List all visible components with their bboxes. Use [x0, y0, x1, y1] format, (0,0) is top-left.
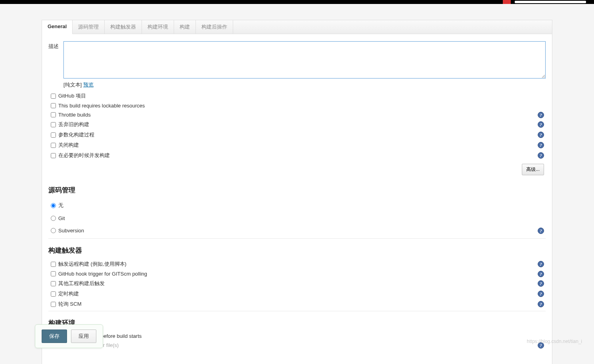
- general-option-label[interactable]: GitHub 项目: [58, 92, 86, 100]
- trigger-option-label[interactable]: 触发远程构建 (例如,使用脚本): [58, 261, 126, 268]
- env-option-row: Use secret text(s) or file(s)?: [48, 341, 546, 350]
- general-option-checkbox[interactable]: [51, 143, 56, 148]
- save-button[interactable]: 保存: [42, 330, 67, 343]
- plain-text-label: [纯文本]: [63, 82, 82, 88]
- help-icon[interactable]: ?: [538, 291, 544, 297]
- general-option-checkbox[interactable]: [51, 132, 56, 138]
- general-option-checkbox[interactable]: [51, 122, 56, 127]
- general-option-label[interactable]: 关闭构建: [58, 142, 79, 149]
- general-option-checkbox[interactable]: [51, 112, 56, 117]
- trigger-option-checkbox[interactable]: [51, 262, 56, 267]
- triggers-section-title: 构建触发器: [48, 246, 546, 255]
- description-input[interactable]: [63, 41, 546, 79]
- general-option-row: This build requires lockable resources: [48, 101, 546, 110]
- trigger-option-checkbox[interactable]: [51, 302, 56, 307]
- help-icon[interactable]: ?: [538, 152, 544, 159]
- save-bar: 保存 应用: [35, 324, 103, 348]
- notification-badge[interactable]: [503, 0, 511, 4]
- divider: [48, 311, 546, 311]
- tab-4[interactable]: 构建: [174, 20, 196, 34]
- scm-option-radio[interactable]: [51, 228, 56, 233]
- top-bar: [0, 0, 594, 4]
- apply-button[interactable]: 应用: [71, 330, 96, 343]
- tab-0[interactable]: General: [42, 20, 73, 34]
- tab-3[interactable]: 构建环境: [142, 20, 174, 34]
- help-icon[interactable]: ?: [538, 228, 544, 234]
- trigger-option-checkbox[interactable]: [51, 271, 56, 276]
- main-panel: General源码管理构建触发器构建环境构建构建后操作 描述 [纯文本] 预览 …: [42, 20, 552, 364]
- scm-option-row: Git: [48, 212, 546, 224]
- general-option-label[interactable]: This build requires lockable resources: [58, 103, 145, 109]
- general-option-label[interactable]: 丢弃旧的构建: [58, 121, 89, 128]
- help-icon[interactable]: ?: [538, 142, 544, 148]
- trigger-option-checkbox[interactable]: [51, 291, 56, 297]
- global-search[interactable]: [515, 1, 586, 3]
- trigger-option-label[interactable]: 定时构建: [58, 290, 79, 297]
- config-content: 描述 [纯文本] 预览 GitHub 项目This build requires…: [42, 34, 552, 364]
- trigger-option-label[interactable]: 轮询 SCM: [58, 301, 82, 308]
- trigger-option-row: 触发远程构建 (例如,使用脚本)?: [48, 259, 546, 269]
- description-label: 描述: [48, 41, 63, 50]
- env-option-row: Delete workspace before build starts: [48, 331, 546, 341]
- description-area: [纯文本] 预览: [63, 41, 546, 88]
- trigger-option-row: 其他工程构建后触发?: [48, 278, 546, 289]
- tab-5[interactable]: 构建后操作: [196, 20, 233, 34]
- general-option-label[interactable]: 参数化构建过程: [58, 131, 94, 138]
- divider: [48, 238, 546, 239]
- preview-link[interactable]: 预览: [83, 82, 94, 88]
- advanced-row: 高级...: [48, 161, 546, 178]
- scm-option-row: 无: [48, 199, 546, 212]
- help-icon[interactable]: ?: [538, 301, 544, 307]
- description-row: 描述 [纯文本] 预览: [48, 41, 546, 88]
- general-option-row: 参数化构建过程?: [48, 130, 546, 140]
- general-option-row: Throttle builds?: [48, 110, 546, 119]
- help-icon[interactable]: ?: [538, 342, 544, 349]
- general-option-checkbox[interactable]: [51, 94, 56, 99]
- general-option-checkbox[interactable]: [51, 103, 56, 108]
- help-icon[interactable]: ?: [538, 132, 544, 138]
- tab-1[interactable]: 源码管理: [73, 20, 105, 34]
- general-option-row: 关闭构建?: [48, 140, 546, 150]
- trigger-option-label[interactable]: 其他工程构建后触发: [58, 280, 105, 287]
- help-icon[interactable]: ?: [538, 280, 544, 287]
- scm-section-title: 源码管理: [48, 186, 546, 195]
- trigger-option-checkbox[interactable]: [51, 281, 56, 286]
- tab-2[interactable]: 构建触发器: [105, 20, 142, 34]
- scm-option-label[interactable]: Subversion: [58, 228, 84, 234]
- general-option-row: 丢弃旧的构建?: [48, 119, 546, 130]
- general-option-row: 在必要的时候并发构建?: [48, 150, 546, 161]
- scm-option-label[interactable]: Git: [58, 215, 65, 221]
- scm-option-radio[interactable]: [51, 203, 56, 208]
- config-tabs: General源码管理构建触发器构建环境构建构建后操作: [42, 20, 552, 34]
- trigger-option-row: 轮询 SCM?: [48, 299, 546, 309]
- help-icon[interactable]: ?: [538, 121, 544, 128]
- help-icon[interactable]: ?: [538, 112, 544, 118]
- description-format-row: [纯文本] 预览: [63, 81, 546, 88]
- scm-option-row: Subversion?: [48, 224, 546, 237]
- advanced-button[interactable]: 高级...: [522, 164, 544, 175]
- scm-option-label[interactable]: 无: [58, 202, 63, 209]
- general-option-checkbox[interactable]: [51, 153, 56, 158]
- general-option-label[interactable]: Throttle builds: [58, 112, 91, 118]
- scm-option-radio[interactable]: [51, 216, 56, 221]
- general-option-label[interactable]: 在必要的时候并发构建: [58, 152, 110, 159]
- trigger-option-row: GitHub hook trigger for GITScm polling?: [48, 269, 546, 278]
- trigger-option-row: 定时构建?: [48, 289, 546, 299]
- buildenv-section-title: 构建环境: [48, 318, 546, 328]
- help-icon[interactable]: ?: [538, 261, 544, 267]
- trigger-option-label[interactable]: GitHub hook trigger for GITScm polling: [58, 271, 147, 277]
- general-option-row: GitHub 项目: [48, 91, 546, 101]
- help-icon[interactable]: ?: [538, 271, 544, 277]
